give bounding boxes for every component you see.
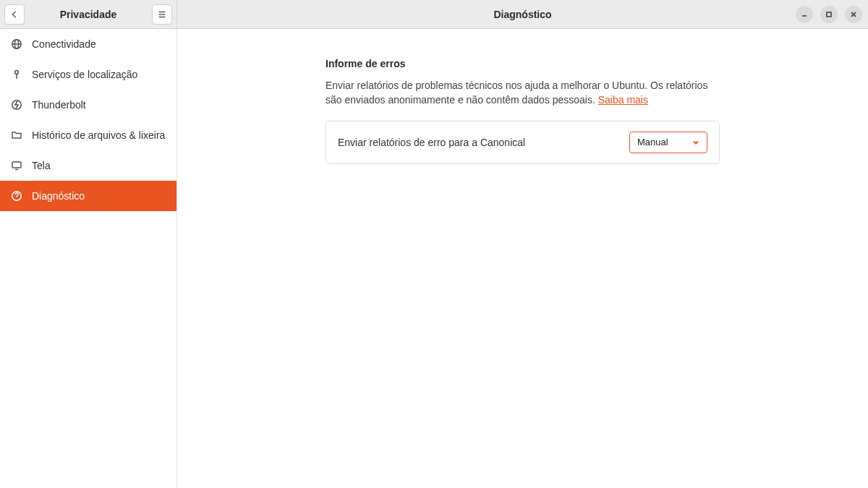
- close-icon: [850, 11, 857, 18]
- headerbar: Privacidade Diagnóstico: [0, 0, 868, 29]
- sidebar-item-diagnostico[interactable]: Diagnóstico: [0, 181, 176, 211]
- error-report-dropdown[interactable]: Manual: [629, 132, 707, 153]
- maximize-icon: [825, 11, 833, 18]
- section-title: Informe de erros: [326, 58, 720, 69]
- sidebar-item-thunderbolt[interactable]: Thunderbolt: [0, 90, 176, 120]
- headerbar-right: Diagnóstico: [177, 0, 868, 28]
- maximize-button[interactable]: [820, 6, 838, 23]
- sidebar-item-label: Thunderbolt: [32, 99, 86, 111]
- sidebar-item-conectividade[interactable]: Conectividade: [0, 29, 176, 59]
- chevron-left-icon: [9, 9, 20, 20]
- svg-point-10: [15, 71, 19, 74]
- display-icon: [10, 159, 23, 172]
- svg-rect-4: [827, 12, 831, 17]
- setting-label: Enviar relatórios de erro para a Canonic…: [338, 137, 525, 148]
- section-description: Enviar relatórios de problemas técnicos …: [326, 78, 720, 108]
- sidebar-item-historico[interactable]: Histórico de arquivos & lixeira: [0, 120, 176, 150]
- sidebar-item-label: Histórico de arquivos & lixeira: [32, 129, 165, 141]
- globe-icon: [10, 38, 23, 51]
- minimize-button[interactable]: [796, 6, 813, 23]
- hamburger-icon: [157, 9, 167, 20]
- sidebar-item-label: Tela: [32, 160, 51, 171]
- sidebar-item-label: Diagnóstico: [32, 190, 85, 202]
- sidebar: Conectividade Serviços de localização Th…: [0, 29, 177, 488]
- setting-row-error-reports: Enviar relatórios de erro para a Canonic…: [326, 121, 720, 164]
- headerbar-left: Privacidade: [0, 0, 177, 28]
- window-controls: [796, 6, 862, 23]
- learn-more-link[interactable]: Saiba mais: [598, 94, 648, 106]
- sidebar-title: Privacidade: [29, 9, 148, 20]
- content-inner: Informe de erros Enviar relatórios de pr…: [326, 58, 720, 164]
- close-button[interactable]: [845, 6, 862, 23]
- svg-rect-13: [12, 162, 21, 168]
- chevron-down-icon: [692, 139, 699, 146]
- thunderbolt-icon: [10, 98, 23, 111]
- dropdown-value: Manual: [637, 137, 668, 147]
- hamburger-menu-button[interactable]: [152, 4, 172, 25]
- page-title: Diagnóstico: [493, 9, 551, 20]
- settings-window: Privacidade Diagnóstico: [0, 0, 868, 488]
- folder-icon: [10, 129, 23, 142]
- body: Conectividade Serviços de localização Th…: [0, 29, 868, 488]
- content-area: Informe de erros Enviar relatórios de pr…: [177, 29, 868, 488]
- sidebar-item-label: Serviços de localização: [32, 69, 137, 80]
- sidebar-item-tela[interactable]: Tela: [0, 150, 176, 181]
- help-icon: [10, 189, 23, 202]
- sidebar-item-label: Conectividade: [32, 38, 96, 50]
- back-button[interactable]: [4, 4, 25, 25]
- location-icon: [10, 68, 23, 81]
- sidebar-item-localizacao[interactable]: Serviços de localização: [0, 59, 176, 90]
- section-desc-text: Enviar relatórios de problemas técnicos …: [326, 80, 707, 106]
- minimize-icon: [801, 11, 808, 18]
